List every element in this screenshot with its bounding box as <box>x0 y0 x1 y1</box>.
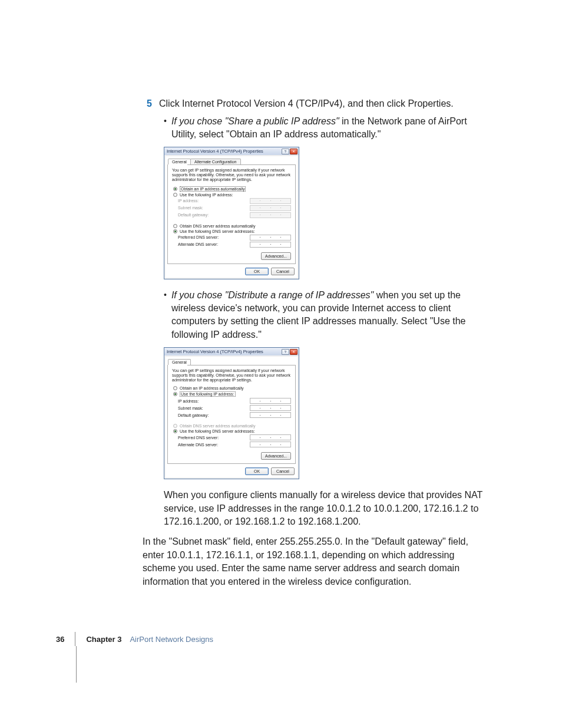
field-subnet-mask: Subnet mask: <box>178 205 291 211</box>
panel-footer: Advanced... <box>172 252 291 260</box>
field-default-gateway: Default gateway: <box>178 212 291 218</box>
field-default-gateway: Default gateway: <box>178 412 291 418</box>
dialog-title: Internet Protocol Version 4 (TCP/IPv4) P… <box>167 349 282 354</box>
radio-use-following-ip[interactable]: Use the following IP address: <box>173 391 291 397</box>
tab-strip: General Alternate Configuration <box>166 159 297 164</box>
field-label: Preferred DNS server: <box>178 436 219 440</box>
radio-label: Use the following DNS server addresses: <box>180 229 255 233</box>
close-icon: ✕ <box>292 350 295 354</box>
radio-label: Use the following IP address: <box>180 193 233 197</box>
tab-alternate-configuration[interactable]: Alternate Configuration <box>190 159 241 164</box>
footer-divider <box>75 632 75 646</box>
cancel-button[interactable]: Cancel <box>271 268 295 275</box>
ok-button[interactable]: OK <box>245 467 269 475</box>
content-column: 5 Click Internet Protocol Version 4 (TCP… <box>143 97 487 595</box>
bullet-2: • If you chose "Distribute a range of IP… <box>164 289 487 342</box>
close-icon: ✕ <box>292 150 295 153</box>
ip-input[interactable] <box>250 235 291 241</box>
field-label: Alternate DNS server: <box>178 443 218 447</box>
help-icon: ? <box>285 350 286 354</box>
radio-label: Use the following DNS server addresses: <box>180 429 255 433</box>
bullet-1-lead: If you chose "Share a public IP address" <box>171 116 339 126</box>
ip-input <box>250 205 291 211</box>
step-number: 5 <box>143 97 152 110</box>
ok-button[interactable]: OK <box>245 268 269 275</box>
tab-general[interactable]: General <box>168 359 191 365</box>
step-5: 5 Click Internet Protocol Version 4 (TCP… <box>143 97 487 110</box>
bullet-dot-icon: • <box>164 115 167 141</box>
radio-label: Obtain DNS server address automatically <box>180 224 255 228</box>
ip-input[interactable] <box>250 412 291 418</box>
radio-icon <box>173 187 177 191</box>
panel-footer: Advanced... <box>172 452 291 460</box>
dialog-titlebar: Internet Protocol Version 4 (TCP/IPv4) P… <box>164 348 299 355</box>
bullet-2-text: If you chose "Distribute a range of IP a… <box>171 289 487 342</box>
ipv4-properties-dialog-auto: Internet Protocol Version 4 (TCP/IPv4) P… <box>164 147 299 279</box>
ip-input[interactable] <box>250 405 291 411</box>
radio-label: Obtain DNS server address automatically <box>180 424 255 428</box>
titlebar-buttons: ? ✕ <box>282 149 297 154</box>
advanced-button[interactable]: Advanced... <box>261 452 291 460</box>
intro-text: You can get IP settings assigned automat… <box>172 168 291 182</box>
ip-input[interactable] <box>250 242 291 248</box>
tab-strip: General <box>166 359 297 365</box>
dialog-screenshot-1: Internet Protocol Version 4 (TCP/IPv4) P… <box>164 147 487 279</box>
paragraph-subnet-gateway: In the "Subnet mask" field, enter 255.25… <box>143 535 487 588</box>
field-preferred-dns: Preferred DNS server: <box>178 434 291 440</box>
ip-input[interactable] <box>250 398 291 404</box>
field-ip-address: IP address: <box>178 198 291 204</box>
field-ip-address: IP address: <box>178 398 291 404</box>
radio-obtain-ip-auto[interactable]: Obtain an IP address automatically <box>173 386 291 390</box>
help-button[interactable]: ? <box>282 349 289 355</box>
radio-icon <box>173 429 177 433</box>
help-icon: ? <box>285 150 286 153</box>
tab-panel-general: You can get IP settings assigned automat… <box>167 365 296 464</box>
radio-icon <box>173 386 177 390</box>
cancel-button[interactable]: Cancel <box>271 467 295 475</box>
tab-general[interactable]: General <box>168 159 191 164</box>
radio-obtain-ip-auto[interactable]: Obtain an IP address automatically <box>173 186 291 192</box>
radio-use-following-dns[interactable]: Use the following DNS server addresses: <box>173 229 291 233</box>
radio-obtain-dns-auto: Obtain DNS server address automatically <box>173 424 291 428</box>
field-label: Subnet mask: <box>178 206 203 210</box>
field-subnet-mask: Subnet mask: <box>178 405 291 411</box>
page-number: 36 <box>56 635 64 644</box>
field-preferred-dns: Preferred DNS server: <box>178 235 291 241</box>
titlebar-buttons: ? ✕ <box>282 349 297 355</box>
field-label: Default gateway: <box>178 213 209 217</box>
field-alternate-dns: Alternate DNS server: <box>178 242 291 248</box>
field-label: Alternate DNS server: <box>178 242 218 246</box>
field-label: IP address: <box>178 199 199 203</box>
bullet-dot-icon: • <box>164 289 167 342</box>
ip-input <box>250 212 291 218</box>
ip-input <box>250 198 291 204</box>
radio-icon <box>173 193 177 197</box>
bullet-1: • If you chose "Share a public IP addres… <box>164 115 487 141</box>
field-label: Default gateway: <box>178 413 209 417</box>
radio-use-following-dns[interactable]: Use the following DNS server addresses: <box>173 429 291 433</box>
radio-label: Use the following IP address: <box>180 391 236 397</box>
footer-rule-extension <box>76 646 77 683</box>
radio-icon <box>173 424 177 428</box>
radio-obtain-dns-auto[interactable]: Obtain DNS server address automatically <box>173 224 291 228</box>
field-label: Subnet mask: <box>178 406 203 410</box>
dialog-titlebar: Internet Protocol Version 4 (TCP/IPv4) P… <box>164 147 299 155</box>
close-button[interactable]: ✕ <box>290 349 297 355</box>
advanced-button[interactable]: Advanced... <box>261 252 291 260</box>
tab-panel-general: You can get IP settings assigned automat… <box>167 164 296 263</box>
dialog-screenshot-2: Internet Protocol Version 4 (TCP/IPv4) P… <box>164 347 487 479</box>
radio-use-following-ip[interactable]: Use the following IP address: <box>173 193 291 197</box>
help-button[interactable]: ? <box>282 149 289 154</box>
field-label: IP address: <box>178 399 199 403</box>
dialog-footer: OK Cancel <box>166 266 297 278</box>
ip-input[interactable] <box>250 442 291 447</box>
radio-label: Obtain an IP address automatically <box>180 186 246 192</box>
field-label: Preferred DNS server: <box>178 235 219 239</box>
field-alternate-dns: Alternate DNS server: <box>178 442 291 447</box>
radio-icon <box>173 224 177 228</box>
ip-input[interactable] <box>250 434 291 440</box>
page-footer: 36 Chapter 3 AirPort Network Designs <box>56 632 486 646</box>
close-button[interactable]: ✕ <box>290 149 297 154</box>
radio-icon <box>173 229 177 233</box>
dialog-body: General You can get IP settings assigned… <box>166 357 297 477</box>
